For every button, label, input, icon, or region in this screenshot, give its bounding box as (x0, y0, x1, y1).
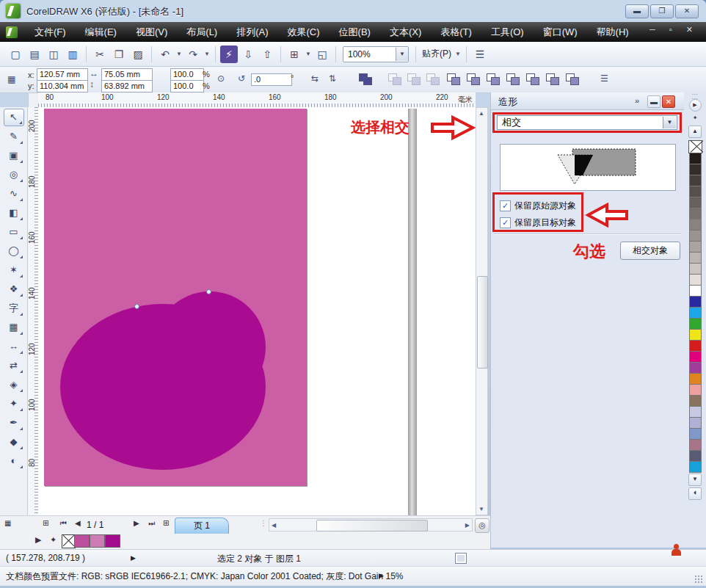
snap-to-dropdown[interactable]: 贴齐(P) (422, 48, 451, 60)
zoom-dropdown-icon[interactable]: ▼ (396, 48, 408, 61)
palette-swatch-14[interactable] (689, 297, 702, 308)
smart-fill-tool[interactable]: ◧ (4, 204, 24, 222)
page-tab[interactable]: 页 1 (175, 518, 229, 534)
fullscreen-preview-icon[interactable]: ◱ (313, 46, 331, 63)
horizontal-ruler[interactable]: 80100120140160180200220 毫米 (38, 92, 476, 108)
fill-tool[interactable]: ◆ (4, 433, 24, 451)
palette-swatch-18[interactable] (689, 341, 702, 352)
align-distribute-icon[interactable]: ☰ (600, 73, 608, 84)
rotation-field[interactable]: .0 (251, 73, 292, 86)
palette-swatch-8[interactable] (689, 231, 702, 242)
palette-swatch-6[interactable] (689, 208, 702, 219)
open-icon[interactable]: ▤ (26, 46, 43, 63)
palette-swatch-7[interactable] (689, 219, 702, 231)
node-handle[interactable] (206, 289, 211, 294)
trim-icon[interactable] (466, 73, 481, 86)
keep-source-checkbox[interactable]: ✓ (500, 200, 511, 211)
menu-item-1[interactable]: 文件(F) (25, 23, 76, 40)
coords-flyout-icon[interactable]: ▶ (131, 554, 136, 562)
shaping-operation-select[interactable]: 相交 ▼ (497, 115, 677, 130)
print-icon[interactable]: ▥ (64, 46, 81, 63)
scale-y-field[interactable]: 100.0 (170, 80, 204, 92)
palette-swatch-22[interactable] (689, 385, 702, 396)
first-page-icon[interactable]: ⏮ (60, 519, 67, 528)
paste-icon[interactable]: ▨ (129, 46, 147, 63)
palette-swatch-10[interactable] (689, 253, 702, 264)
docker-collapse-icon[interactable]: » (631, 95, 643, 106)
undo-dropdown-icon[interactable]: ▼ (175, 46, 183, 63)
pick-tool[interactable]: ↖ (4, 109, 24, 126)
document-color-well-1[interactable] (74, 534, 90, 548)
wells-options-icon[interactable]: ▶ (35, 535, 41, 545)
docker-close-icon[interactable]: ✕ (662, 95, 675, 108)
menu-item-12[interactable]: 帮助(H) (587, 23, 638, 40)
profile-flyout-icon[interactable]: ▶ (379, 572, 384, 579)
intersect-with-button[interactable]: 相交对象 (620, 242, 680, 260)
palette-swatch-20[interactable] (689, 363, 702, 374)
horizontal-scrollbar[interactable]: ◀ ▶ (269, 518, 473, 531)
width-field[interactable]: 75.05 mm (101, 68, 153, 81)
document-color-well-3[interactable] (105, 534, 120, 548)
weld-icon[interactable] (446, 73, 461, 86)
menu-item-2[interactable]: 编辑(E) (76, 23, 126, 40)
palette-swatch-27[interactable] (689, 440, 702, 451)
menu-item-5[interactable]: 排列(A) (227, 23, 277, 40)
add-page-end-icon[interactable]: ⊞ (163, 519, 169, 527)
polygon-tool[interactable]: ✶ (4, 261, 24, 279)
scroll-up-icon[interactable]: ▲ (478, 110, 484, 117)
connector-tool[interactable]: ⇄ (4, 357, 24, 374)
no-fill-swatch[interactable] (688, 140, 702, 153)
menu-item-11[interactable]: 窗口(W) (534, 23, 587, 40)
palette-swatch-29[interactable] (689, 462, 702, 473)
palette-drag-handle[interactable]: ⋯⋯ (692, 92, 699, 98)
color-eyedropper-tool[interactable]: ✦ (4, 395, 24, 413)
docker-minimize-icon[interactable]: ▬ (647, 95, 660, 108)
keep-target-checkbox[interactable]: ✓ (500, 217, 511, 228)
add-page-start-icon[interactable]: ⊞ (43, 519, 48, 527)
palette-expand-icon[interactable]: ⏴ (688, 487, 702, 500)
x-position-field[interactable]: 120.57 mm (37, 68, 88, 81)
horizontal-scroll-thumb[interactable] (316, 520, 428, 531)
import-icon[interactable]: ⇩ (239, 46, 257, 63)
palette-swatch-12[interactable] (689, 275, 702, 286)
keep-target-row[interactable]: ✓ 保留原目标对象 (500, 217, 576, 229)
export-icon[interactable]: ⇧ (258, 46, 276, 63)
close-button[interactable]: ✕ (675, 4, 699, 18)
front-minus-back-icon[interactable] (525, 73, 540, 86)
palette-swatch-26[interactable] (689, 429, 702, 440)
palette-swatch-21[interactable] (689, 374, 702, 385)
palette-swatch-9[interactable] (689, 242, 702, 253)
lock-ratio-icon[interactable]: ⊙ (217, 73, 225, 84)
palette-scroll-down-icon[interactable]: ▼ (688, 473, 702, 486)
palette-swatch-15[interactable] (689, 308, 702, 319)
vertical-ruler[interactable]: 20018016014012010080 (28, 107, 39, 515)
palette-swatch-28[interactable] (689, 451, 702, 462)
scroll-right-icon[interactable]: ▶ (465, 522, 470, 529)
outline-pen-tool[interactable]: ✒ (4, 414, 24, 432)
wells-eyedropper-icon[interactable]: ✦ (50, 535, 57, 545)
palette-swatch-5[interactable] (689, 197, 702, 208)
new-document-icon[interactable]: ▢ (7, 46, 24, 63)
palette-swatch-11[interactable] (689, 264, 702, 275)
save-icon[interactable]: ◫ (45, 46, 62, 63)
mirror-horizontal-icon[interactable]: ⇆ (311, 73, 319, 84)
vertical-scrollbar[interactable]: ▲ ▼ (476, 107, 488, 515)
undo-icon[interactable]: ↶ (156, 46, 174, 63)
palette-swatch-2[interactable] (689, 164, 702, 175)
minimize-button[interactable]: ▬ (625, 4, 649, 18)
next-page-icon[interactable]: ▶ (134, 519, 139, 527)
small-ellipse-shape[interactable] (154, 291, 266, 403)
simplify-icon[interactable] (506, 73, 520, 86)
freehand-tool[interactable]: ∿ (4, 185, 24, 203)
scroll-down-icon[interactable]: ▼ (478, 506, 484, 512)
palette-eyedropper-icon[interactable]: ✦ (689, 113, 701, 124)
menu-item-10[interactable]: 工具(O) (481, 23, 534, 40)
palette-options-icon[interactable]: ▶ (689, 99, 702, 112)
search-content-icon[interactable]: ⚡ (220, 46, 238, 63)
document-color-well-2[interactable] (90, 534, 105, 548)
palette-scroll-up-icon[interactable]: ▲ (688, 126, 702, 138)
launcher-dropdown-icon[interactable]: ▼ (305, 46, 312, 63)
text-tool[interactable]: 字 (4, 300, 24, 317)
palette-swatch-16[interactable] (689, 319, 702, 330)
resize-grip[interactable] (695, 576, 704, 584)
